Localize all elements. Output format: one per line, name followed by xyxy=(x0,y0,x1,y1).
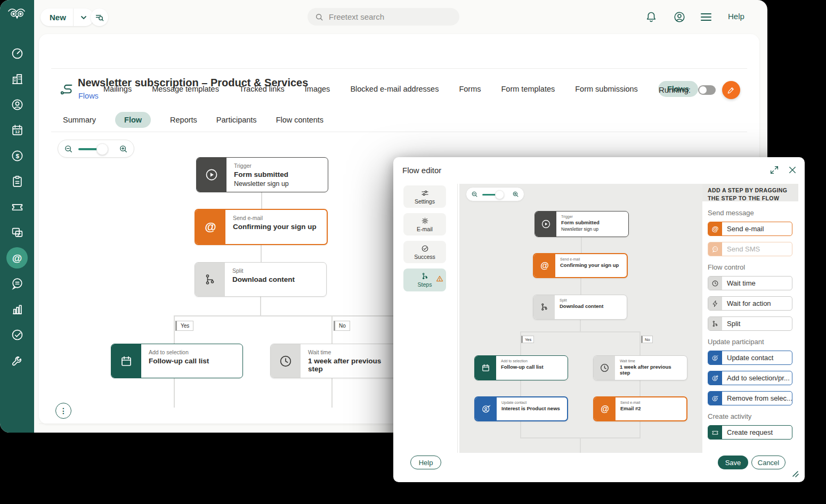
breadcrumb-flows[interactable]: Flows xyxy=(78,92,99,100)
account-icon[interactable] xyxy=(673,11,686,26)
palette-item-update-contact[interactable]: Update contact xyxy=(708,351,792,365)
steps-icon xyxy=(421,272,429,280)
flow-node-split[interactable]: Split Download content xyxy=(195,262,327,297)
owl-logo-icon[interactable] xyxy=(7,7,27,25)
dollar-circle-icon[interactable]: $ xyxy=(6,145,28,166)
user-circle-icon[interactable] xyxy=(6,94,28,115)
editor-node-add-to-selection[interactable]: Add to selection Follow-up call list xyxy=(474,355,568,380)
speedometer-icon[interactable] xyxy=(6,43,28,64)
connector-line xyxy=(260,297,261,315)
editor-node-trigger[interactable]: Trigger Form submitted Newsletter sign u… xyxy=(535,211,629,237)
node-title: Form submitted xyxy=(561,220,600,225)
node-subtitle: Newsletter sign up xyxy=(234,180,289,188)
subtab-reports[interactable]: Reports xyxy=(170,112,197,128)
expand-icon[interactable] xyxy=(770,165,779,177)
flow-node-wait-time[interactable]: Wait time 1 week after previous step xyxy=(270,344,403,378)
branch-line xyxy=(639,421,641,437)
flow-node-add-to-selection[interactable]: Add to selection Follow-up call list xyxy=(111,344,243,378)
connector-line xyxy=(580,437,581,453)
running-toggle[interactable] xyxy=(698,85,716,95)
resize-handle-icon[interactable] xyxy=(791,469,799,480)
edit-flow-button[interactable] xyxy=(722,81,740,99)
connector-line xyxy=(580,278,581,295)
palette-item-create-request[interactable]: Create request xyxy=(708,425,792,440)
editor-node-send-email[interactable]: @ Send e-mail Confirming your sign up xyxy=(533,253,628,278)
person-plus-icon xyxy=(708,371,722,385)
branch-line xyxy=(331,315,333,344)
help-link[interactable]: Help xyxy=(728,12,744,21)
zoom-slider[interactable] xyxy=(73,140,119,157)
node-title: Follow-up call list xyxy=(501,364,544,370)
palette-header: ADD A STEP BY DRAGGING THE STEP TO THE F… xyxy=(702,184,798,201)
clipboard-icon[interactable] xyxy=(6,170,28,192)
building-icon[interactable] xyxy=(6,68,28,90)
zoom-slider-knob[interactable] xyxy=(495,190,504,199)
new-button[interactable]: New xyxy=(41,9,94,26)
page-title: Newsletter subscription – Product & Serv… xyxy=(78,77,308,89)
palette-item-remove-from-selection[interactable]: Remove from selec... xyxy=(708,391,792,405)
canvas-zoom-control xyxy=(58,140,134,158)
more-options-button[interactable]: ⋮ xyxy=(55,403,71,419)
subtab-flow[interactable]: Flow xyxy=(115,112,151,128)
editor-tab-success[interactable]: Success xyxy=(403,241,446,263)
tab-form-templates[interactable]: Form templates xyxy=(501,81,555,97)
palette-item-split[interactable]: Split xyxy=(708,316,792,331)
editor-node-split[interactable]: Split Download content xyxy=(533,295,627,320)
editor-node-update-contact[interactable]: Update contact Interest is Product news xyxy=(474,396,568,421)
zoom-slider-knob[interactable] xyxy=(96,143,108,155)
editor-node-send-email-2[interactable]: @ Send e-mail Email #2 xyxy=(593,396,687,421)
palette-item-wait-time[interactable]: Wait time xyxy=(708,276,792,290)
palette-item-add-to-selection[interactable]: Add to selection/pr... xyxy=(708,371,792,385)
flow-node-send-email[interactable]: @ Send e-mail Confirming your sign up xyxy=(195,209,328,245)
divider xyxy=(51,132,747,132)
tab-blocked-addresses[interactable]: Blocked e-mail addresses xyxy=(350,81,439,97)
editor-tab-settings[interactable]: Settings xyxy=(403,185,446,208)
screens-pen-icon[interactable] xyxy=(6,222,28,243)
flow-node-trigger[interactable]: Trigger Form submitted Newsletter sign u… xyxy=(196,157,328,192)
branch-line xyxy=(174,315,400,316)
tab-forms[interactable]: Forms xyxy=(459,81,481,97)
editor-tab-email[interactable]: E-mail xyxy=(403,213,446,235)
target-check-icon[interactable] xyxy=(6,324,28,345)
zoom-in-icon[interactable] xyxy=(119,144,128,153)
at-sign-icon[interactable]: @ xyxy=(6,247,28,269)
chat-bubble-icon[interactable] xyxy=(6,273,28,294)
calendar-icon xyxy=(111,344,141,378)
freetext-search[interactable] xyxy=(307,8,459,26)
list-search-button[interactable] xyxy=(91,9,108,26)
tab-form-submissions[interactable]: Form submissions xyxy=(575,81,638,97)
close-icon[interactable] xyxy=(788,165,797,177)
palette-item-wait-for-action[interactable]: Wait for action xyxy=(708,296,792,311)
palette-item-send-sms[interactable]: Send SMS xyxy=(708,242,792,256)
calendar-12-icon[interactable]: 12 xyxy=(6,119,28,141)
bar-chart-icon[interactable] xyxy=(6,298,28,320)
search-input[interactable] xyxy=(328,12,445,22)
wrench-icon[interactable] xyxy=(6,349,28,371)
palette-item-label: Add to selection/pr... xyxy=(722,371,792,385)
zoom-out-icon[interactable] xyxy=(471,191,478,198)
zoom-out-icon[interactable] xyxy=(64,144,73,153)
node-type: Update contact xyxy=(501,401,560,404)
zoom-in-icon[interactable] xyxy=(512,191,519,198)
zoom-slider[interactable] xyxy=(478,188,512,201)
tab-images[interactable]: Images xyxy=(305,81,330,97)
palette-item-label: Split xyxy=(722,317,792,330)
subtab-summary[interactable]: Summary xyxy=(63,112,96,128)
save-button[interactable]: Save xyxy=(718,456,748,469)
palette-item-send-email[interactable]: @ Send e-mail xyxy=(708,222,792,236)
subtab-participants[interactable]: Participants xyxy=(216,112,257,128)
node-title: Email #2 xyxy=(620,405,641,411)
editor-sidebar: Settings E-mail Success Steps xyxy=(403,185,446,291)
menu-icon[interactable] xyxy=(700,12,712,24)
editor-node-wait-time[interactable]: Wait time 1 week after previous step xyxy=(593,355,687,380)
search-icon xyxy=(315,13,323,21)
editor-tab-steps[interactable]: Steps xyxy=(403,269,446,291)
play-circle-icon xyxy=(535,212,556,237)
editor-tab-label: E-mail xyxy=(417,226,433,232)
subtab-flow-contents[interactable]: Flow contents xyxy=(276,112,323,128)
ticket-icon[interactable] xyxy=(6,196,28,217)
help-button[interactable]: Help xyxy=(410,456,441,469)
cancel-button[interactable]: Cancel xyxy=(751,456,785,469)
bell-icon[interactable] xyxy=(645,11,658,26)
editor-canvas: Trigger Form submitted Newsletter sign u… xyxy=(459,184,702,453)
